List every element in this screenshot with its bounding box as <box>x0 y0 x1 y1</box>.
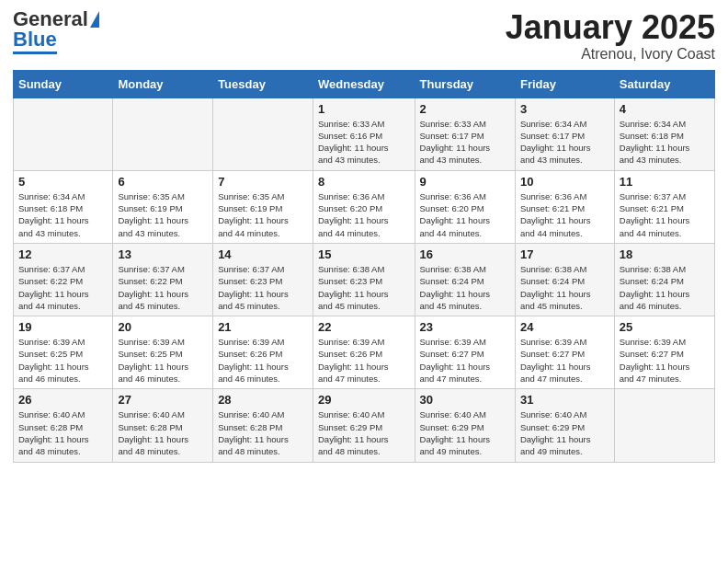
logo-blue-text: Blue <box>13 29 57 50</box>
logo: General Blue <box>13 9 99 54</box>
day-cell: 17Sunrise: 6:38 AM Sunset: 6:24 PM Dayli… <box>515 243 614 316</box>
day-number: 27 <box>118 393 208 407</box>
day-cell: 20Sunrise: 6:39 AM Sunset: 6:25 PM Dayli… <box>113 316 213 389</box>
day-info: Sunrise: 6:38 AM Sunset: 6:23 PM Dayligh… <box>318 263 410 312</box>
day-info: Sunrise: 6:36 AM Sunset: 6:21 PM Dayligh… <box>520 190 609 239</box>
day-cell: 4Sunrise: 6:34 AM Sunset: 6:18 PM Daylig… <box>614 98 714 170</box>
day-number: 28 <box>218 393 308 407</box>
day-info: Sunrise: 6:40 AM Sunset: 6:29 PM Dayligh… <box>420 408 510 457</box>
day-cell: 13Sunrise: 6:37 AM Sunset: 6:22 PM Dayli… <box>113 243 213 316</box>
day-cell: 6Sunrise: 6:35 AM Sunset: 6:19 PM Daylig… <box>113 170 213 243</box>
day-info: Sunrise: 6:33 AM Sunset: 6:16 PM Dayligh… <box>318 118 410 167</box>
day-cell: 24Sunrise: 6:39 AM Sunset: 6:27 PM Dayli… <box>515 316 614 389</box>
day-cell: 27Sunrise: 6:40 AM Sunset: 6:28 PM Dayli… <box>113 389 213 462</box>
day-number: 7 <box>218 175 308 189</box>
day-number: 3 <box>520 102 609 116</box>
day-number: 4 <box>620 102 710 116</box>
day-cell: 8Sunrise: 6:36 AM Sunset: 6:20 PM Daylig… <box>313 170 415 243</box>
week-row-2: 5Sunrise: 6:34 AM Sunset: 6:18 PM Daylig… <box>14 170 715 243</box>
day-info: Sunrise: 6:39 AM Sunset: 6:26 PM Dayligh… <box>218 336 308 385</box>
day-number: 8 <box>318 175 410 189</box>
title-block: January 2025 Atrenou, Ivory Coast <box>506 9 715 63</box>
col-header-saturday: Saturday <box>614 70 714 98</box>
day-cell: 7Sunrise: 6:35 AM Sunset: 6:19 PM Daylig… <box>213 170 313 243</box>
day-info: Sunrise: 6:39 AM Sunset: 6:27 PM Dayligh… <box>520 336 609 385</box>
day-number: 25 <box>620 320 710 334</box>
day-number: 26 <box>18 393 108 407</box>
col-header-sunday: Sunday <box>14 70 113 98</box>
day-number: 23 <box>420 320 510 334</box>
day-cell: 14Sunrise: 6:37 AM Sunset: 6:23 PM Dayli… <box>213 243 313 316</box>
day-info: Sunrise: 6:37 AM Sunset: 6:21 PM Dayligh… <box>620 190 710 239</box>
location-subtitle: Atrenou, Ivory Coast <box>506 46 715 63</box>
day-number: 15 <box>318 247 410 261</box>
col-header-wednesday: Wednesday <box>313 70 415 98</box>
day-cell: 23Sunrise: 6:39 AM Sunset: 6:27 PM Dayli… <box>415 316 515 389</box>
day-number: 14 <box>218 247 308 261</box>
day-info: Sunrise: 6:38 AM Sunset: 6:24 PM Dayligh… <box>520 263 609 312</box>
day-cell: 31Sunrise: 6:40 AM Sunset: 6:29 PM Dayli… <box>515 389 614 462</box>
calendar-table: SundayMondayTuesdayWednesdayThursdayFrid… <box>13 70 715 463</box>
logo-general-text: General <box>13 9 88 29</box>
day-cell: 30Sunrise: 6:40 AM Sunset: 6:29 PM Dayli… <box>415 389 515 462</box>
day-info: Sunrise: 6:37 AM Sunset: 6:23 PM Dayligh… <box>218 263 308 312</box>
day-cell: 3Sunrise: 6:34 AM Sunset: 6:17 PM Daylig… <box>515 98 614 170</box>
col-header-thursday: Thursday <box>415 70 515 98</box>
day-cell: 9Sunrise: 6:36 AM Sunset: 6:20 PM Daylig… <box>415 170 515 243</box>
day-info: Sunrise: 6:39 AM Sunset: 6:27 PM Dayligh… <box>420 336 510 385</box>
day-number: 19 <box>18 320 108 334</box>
day-info: Sunrise: 6:38 AM Sunset: 6:24 PM Dayligh… <box>420 263 510 312</box>
day-info: Sunrise: 6:36 AM Sunset: 6:20 PM Dayligh… <box>318 190 410 239</box>
day-cell: 1Sunrise: 6:33 AM Sunset: 6:16 PM Daylig… <box>313 98 415 170</box>
week-row-1: 1Sunrise: 6:33 AM Sunset: 6:16 PM Daylig… <box>14 98 715 170</box>
day-number: 5 <box>18 175 108 189</box>
logo-underline <box>13 52 57 54</box>
day-info: Sunrise: 6:40 AM Sunset: 6:29 PM Dayligh… <box>318 408 410 457</box>
day-cell: 29Sunrise: 6:40 AM Sunset: 6:29 PM Dayli… <box>313 389 415 462</box>
day-info: Sunrise: 6:39 AM Sunset: 6:27 PM Dayligh… <box>620 336 710 385</box>
week-row-3: 12Sunrise: 6:37 AM Sunset: 6:22 PM Dayli… <box>14 243 715 316</box>
day-cell: 21Sunrise: 6:39 AM Sunset: 6:26 PM Dayli… <box>213 316 313 389</box>
month-title: January 2025 <box>506 9 715 46</box>
header-row: SundayMondayTuesdayWednesdayThursdayFrid… <box>14 70 715 98</box>
day-cell: 18Sunrise: 6:38 AM Sunset: 6:24 PM Dayli… <box>614 243 714 316</box>
day-cell: 19Sunrise: 6:39 AM Sunset: 6:25 PM Dayli… <box>14 316 113 389</box>
day-cell: 16Sunrise: 6:38 AM Sunset: 6:24 PM Dayli… <box>415 243 515 316</box>
col-header-friday: Friday <box>515 70 614 98</box>
logo-triangle-icon <box>90 11 99 28</box>
day-number: 11 <box>620 175 710 189</box>
day-number: 9 <box>420 175 510 189</box>
day-info: Sunrise: 6:39 AM Sunset: 6:26 PM Dayligh… <box>318 336 410 385</box>
day-number: 18 <box>620 247 710 261</box>
day-cell: 12Sunrise: 6:37 AM Sunset: 6:22 PM Dayli… <box>14 243 113 316</box>
day-cell <box>213 98 313 170</box>
day-cell: 25Sunrise: 6:39 AM Sunset: 6:27 PM Dayli… <box>614 316 714 389</box>
day-cell: 26Sunrise: 6:40 AM Sunset: 6:28 PM Dayli… <box>14 389 113 462</box>
day-info: Sunrise: 6:33 AM Sunset: 6:17 PM Dayligh… <box>420 118 510 167</box>
day-number: 10 <box>520 175 609 189</box>
day-cell: 11Sunrise: 6:37 AM Sunset: 6:21 PM Dayli… <box>614 170 714 243</box>
day-cell: 28Sunrise: 6:40 AM Sunset: 6:28 PM Dayli… <box>213 389 313 462</box>
week-row-4: 19Sunrise: 6:39 AM Sunset: 6:25 PM Dayli… <box>14 316 715 389</box>
day-cell: 5Sunrise: 6:34 AM Sunset: 6:18 PM Daylig… <box>14 170 113 243</box>
day-info: Sunrise: 6:34 AM Sunset: 6:18 PM Dayligh… <box>620 118 710 167</box>
header: General Blue January 2025 Atrenou, Ivory… <box>13 9 715 63</box>
col-header-tuesday: Tuesday <box>213 70 313 98</box>
day-cell: 15Sunrise: 6:38 AM Sunset: 6:23 PM Dayli… <box>313 243 415 316</box>
day-info: Sunrise: 6:40 AM Sunset: 6:28 PM Dayligh… <box>118 408 208 457</box>
day-info: Sunrise: 6:34 AM Sunset: 6:18 PM Dayligh… <box>18 190 108 239</box>
day-number: 21 <box>218 320 308 334</box>
day-info: Sunrise: 6:36 AM Sunset: 6:20 PM Dayligh… <box>420 190 510 239</box>
day-number: 13 <box>118 247 208 261</box>
day-number: 31 <box>520 393 609 407</box>
day-info: Sunrise: 6:40 AM Sunset: 6:28 PM Dayligh… <box>18 408 108 457</box>
day-cell: 22Sunrise: 6:39 AM Sunset: 6:26 PM Dayli… <box>313 316 415 389</box>
page: General Blue January 2025 Atrenou, Ivory… <box>0 0 728 563</box>
day-cell <box>113 98 213 170</box>
day-cell: 10Sunrise: 6:36 AM Sunset: 6:21 PM Dayli… <box>515 170 614 243</box>
col-header-monday: Monday <box>113 70 213 98</box>
day-number: 2 <box>420 102 510 116</box>
day-number: 1 <box>318 102 410 116</box>
day-number: 30 <box>420 393 510 407</box>
day-number: 24 <box>520 320 609 334</box>
